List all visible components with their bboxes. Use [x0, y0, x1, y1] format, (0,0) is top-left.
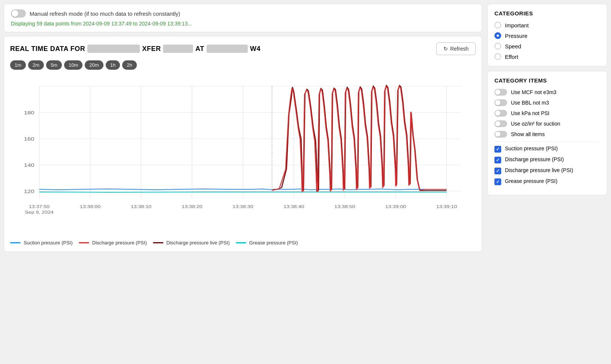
chart-title-xfer: XFER: [142, 45, 161, 53]
check-icon: ✓: [496, 168, 500, 174]
refresh-button-label: Refresh: [450, 46, 469, 52]
checkbox-grease-box[interactable]: ✓: [494, 178, 501, 185]
toggle-show-all[interactable]: Show all items: [494, 131, 600, 138]
legend-color-discharge: [79, 242, 89, 243]
checkbox-suction-label: Suction pressure (PSI): [505, 145, 558, 151]
category-speed[interactable]: Speed: [494, 43, 600, 49]
svg-text:140: 140: [24, 162, 34, 168]
manual-refresh-label: Manual refresh mode (if too much data to…: [30, 10, 180, 17]
svg-text:13:38:50: 13:38:50: [334, 204, 355, 209]
time-btn-1h[interactable]: 1h: [106, 60, 120, 70]
legend-color-suction: [10, 242, 21, 243]
data-points-info: Displaying 59 data points from 2024-09-0…: [11, 21, 475, 27]
legend-label-discharge: Discharge pressure (PSI): [92, 240, 147, 246]
chart-title-prefix: REAL TIME DATA FOR: [10, 45, 85, 53]
time-btn-2h[interactable]: 2h: [122, 60, 136, 70]
checkbox-discharge[interactable]: ✓ Discharge pressure (PSI): [494, 156, 600, 163]
refresh-icon: ↻: [443, 46, 448, 52]
category-pressure[interactable]: Pressure: [494, 32, 600, 39]
radio-effort[interactable]: [494, 53, 501, 60]
svg-text:13:38:40: 13:38:40: [283, 204, 304, 209]
refresh-button[interactable]: ↻ Refresh: [436, 42, 476, 55]
divider: [494, 141, 600, 142]
chart-card: REAL TIME DATA FOR XFER AT W4 ↻ Refresh …: [4, 36, 482, 252]
legend-label-grease: Grease pressure (PSI): [249, 240, 298, 246]
svg-text:13:38:30: 13:38:30: [232, 204, 253, 209]
time-btn-10m[interactable]: 10m: [64, 60, 82, 70]
legend-color-discharge-live: [153, 242, 163, 243]
svg-text:13:39:10: 13:39:10: [436, 204, 457, 209]
toggle-bbl-label: Use BBL not m3: [511, 100, 549, 106]
toggle-mcf[interactable]: Use MCF not e3m3: [494, 89, 600, 96]
toggle-mcf-switch[interactable]: [494, 89, 507, 96]
svg-text:120: 120: [24, 189, 34, 194]
checkbox-discharge-live[interactable]: ✓ Discharge pressure live (PSI): [494, 167, 600, 174]
category-pressure-label: Pressure: [505, 33, 527, 39]
svg-text:Sep 9, 2024: Sep 9, 2024: [25, 210, 54, 215]
toggle-show-all-switch[interactable]: [494, 131, 507, 138]
manual-refresh-toggle[interactable]: [11, 9, 26, 18]
checkbox-discharge-live-box[interactable]: ✓: [494, 168, 501, 174]
category-items-title: CATEGORY ITEMS: [494, 77, 600, 84]
categories-card: CATEGORIES Important Pressure Speed Effo…: [487, 4, 607, 66]
legend-item-discharge-live: Discharge pressure live (PSI): [153, 240, 230, 246]
time-btn-5m[interactable]: 5m: [46, 60, 62, 70]
legend-color-grease: [236, 242, 246, 243]
top-bar: Manual refresh mode (if too much data to…: [4, 4, 482, 32]
chart-svg: 120 140 160 180 13:37:50 Sep 9, 2024 13:…: [10, 75, 476, 232]
svg-text:180: 180: [24, 110, 34, 115]
chart-title-redacted-3: [207, 45, 248, 53]
checkbox-discharge-box[interactable]: ✓: [494, 157, 501, 163]
checkbox-discharge-label: Discharge pressure (PSI): [505, 156, 564, 162]
categories-title: CATEGORIES: [494, 10, 600, 16]
category-toggles: Use MCF not e3m3 Use BBL not m3 Use kPa …: [494, 89, 600, 138]
legend-item-grease: Grease pressure (PSI): [236, 240, 298, 246]
radio-speed[interactable]: [494, 43, 501, 49]
checkbox-suction[interactable]: ✓ Suction pressure (PSI): [494, 145, 600, 153]
sidebar: CATEGORIES Important Pressure Speed Effo…: [487, 4, 607, 252]
chart-title-redacted-1: [87, 45, 140, 53]
category-important[interactable]: Important: [494, 22, 600, 28]
radio-pressure[interactable]: [494, 32, 501, 39]
legend-item-suction: Suction pressure (PSI): [10, 240, 73, 246]
svg-text:13:39:00: 13:39:00: [385, 204, 406, 209]
legend-label-discharge-live: Discharge pressure live (PSI): [166, 240, 230, 246]
legend-label-suction: Suction pressure (PSI): [24, 240, 73, 246]
checkbox-suction-box[interactable]: ✓: [494, 146, 501, 153]
svg-text:13:37:50: 13:37:50: [29, 204, 49, 209]
toggle-kpa-label: Use kPa not PSI: [511, 110, 550, 116]
toggle-kpa-switch[interactable]: [494, 110, 507, 117]
category-important-label: Important: [505, 22, 529, 28]
time-btn-2m[interactable]: 2m: [28, 60, 44, 70]
category-speed-label: Speed: [505, 43, 521, 49]
toggle-bbl[interactable]: Use BBL not m3: [494, 99, 600, 106]
chart-legend: Suction pressure (PSI) Discharge pressur…: [10, 237, 476, 246]
radio-important[interactable]: [494, 22, 501, 28]
check-icon: ✓: [496, 147, 500, 152]
svg-text:13:38:10: 13:38:10: [131, 204, 151, 209]
toggle-oz[interactable]: Use oz/in² for suction: [494, 120, 600, 127]
categories-radio-group: Important Pressure Speed Effort: [494, 22, 600, 60]
svg-text:160: 160: [24, 136, 34, 142]
time-btn-20m[interactable]: 20m: [85, 60, 103, 70]
checkbox-grease[interactable]: ✓ Grease pressure (PSI): [494, 178, 600, 185]
toggle-show-all-label: Show all items: [511, 131, 545, 137]
svg-text:13:38:00: 13:38:00: [80, 204, 100, 209]
chart-area: 120 140 160 180 13:37:50 Sep 9, 2024 13:…: [10, 75, 476, 232]
check-icon: ✓: [496, 157, 500, 163]
toggle-oz-label: Use oz/in² for suction: [511, 121, 560, 127]
category-effort[interactable]: Effort: [494, 53, 600, 60]
category-effort-label: Effort: [505, 54, 518, 60]
time-btn-1m[interactable]: 1m: [10, 60, 26, 70]
category-items-card: CATEGORY ITEMS Use MCF not e3m3 Use BBL …: [487, 71, 607, 195]
chart-title-at: AT: [195, 45, 204, 53]
chart-title-redacted-2: [163, 45, 193, 53]
chart-title: REAL TIME DATA FOR XFER AT W4: [10, 45, 261, 53]
toggle-bbl-switch[interactable]: [494, 99, 507, 106]
checkbox-grease-label: Grease pressure (PSI): [505, 178, 557, 184]
toggle-kpa[interactable]: Use kPa not PSI: [494, 110, 600, 117]
toggle-mcf-label: Use MCF not e3m3: [511, 89, 556, 95]
toggle-oz-switch[interactable]: [494, 120, 507, 127]
checkbox-discharge-live-label: Discharge pressure live (PSI): [505, 167, 573, 173]
check-icon: ✓: [496, 179, 500, 184]
